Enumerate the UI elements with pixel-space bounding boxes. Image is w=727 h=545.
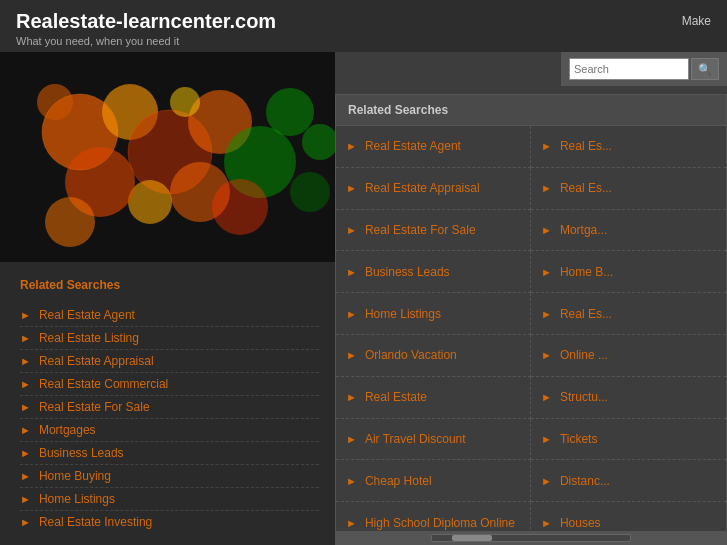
bokeh-svg [0, 52, 335, 262]
search-box-area: 🔍 [561, 52, 727, 86]
right-related-link[interactable]: Air Travel Discount [365, 432, 466, 446]
right-grid-item[interactable]: ►Real Es... [531, 168, 726, 210]
left-related-title: Related Searches [20, 278, 319, 292]
right-grid-item[interactable]: ►Business Leads [336, 251, 531, 293]
left-related-item[interactable]: ►Real Estate Agent [20, 304, 319, 327]
left-panel: Related Searches ►Real Estate Agent►Real… [0, 52, 335, 545]
right-related-link[interactable]: Real Estate For Sale [365, 223, 476, 237]
arrow-icon: ► [541, 475, 552, 487]
left-related-item[interactable]: ►Real Estate Listing [20, 327, 319, 350]
right-related-link[interactable]: Houses [560, 516, 601, 530]
right-grid-item[interactable]: ►Air Travel Discount [336, 419, 531, 461]
right-related-link[interactable]: Real Estate Appraisal [365, 181, 480, 195]
arrow-icon: ► [541, 224, 552, 236]
left-related-link[interactable]: Real Estate Agent [39, 308, 135, 322]
right-related-grid: ►Real Estate Agent►Real Es...►Real Estat… [336, 126, 726, 544]
left-related-item[interactable]: ►Business Leads [20, 442, 319, 465]
arrow-icon: ► [20, 493, 31, 505]
right-grid-item[interactable]: ►Cheap Hotel [336, 460, 531, 502]
right-related-link[interactable]: Real Es... [560, 181, 612, 195]
arrow-icon: ► [20, 332, 31, 344]
arrow-icon: ► [541, 433, 552, 445]
arrow-icon: ► [346, 391, 357, 403]
arrow-icon: ► [541, 140, 552, 152]
search-input[interactable] [569, 58, 689, 80]
scrollbar-area[interactable] [335, 531, 727, 545]
arrow-icon: ► [541, 391, 552, 403]
arrow-icon: ► [20, 309, 31, 321]
right-related-link[interactable]: Distanc... [560, 474, 610, 488]
main-content: Related Searches ►Real Estate Agent►Real… [0, 52, 727, 545]
right-related-box: Related Searches ►Real Estate Agent►Real… [335, 94, 727, 545]
arrow-icon: ► [346, 266, 357, 278]
search-button[interactable]: 🔍 [691, 58, 719, 80]
left-related-item[interactable]: ►Mortgages [20, 419, 319, 442]
site-subtitle: What you need, when you need it [16, 35, 276, 47]
left-related-link[interactable]: Real Estate Listing [39, 331, 139, 345]
left-related-item[interactable]: ►Real Estate Investing [20, 511, 319, 533]
arrow-icon: ► [346, 349, 357, 361]
left-related-item[interactable]: ►Real Estate Appraisal [20, 350, 319, 373]
svg-point-6 [266, 88, 314, 136]
right-panel: 🔍 Related Searches ►Real Estate Agent►Re… [335, 52, 727, 545]
arrow-icon: ► [20, 470, 31, 482]
left-related-link[interactable]: Home Listings [39, 492, 115, 506]
right-grid-item[interactable]: ►Orlando Vacation [336, 335, 531, 377]
svg-point-12 [45, 197, 95, 247]
arrow-icon: ► [20, 424, 31, 436]
right-grid-item[interactable]: ►Real Es... [531, 126, 726, 168]
header-left: Realestate-learncenter.com What you need… [16, 10, 276, 47]
left-related-list: ►Real Estate Agent►Real Estate Listing►R… [20, 304, 319, 533]
left-related-link[interactable]: Real Estate Appraisal [39, 354, 154, 368]
right-related-link[interactable]: Home B... [560, 265, 613, 279]
right-grid-item[interactable]: ►Tickets [531, 419, 726, 461]
arrow-icon: ► [541, 266, 552, 278]
arrow-icon: ► [346, 475, 357, 487]
right-grid-item[interactable]: ►Home Listings [336, 293, 531, 335]
right-grid-item[interactable]: ►Real Es... [531, 293, 726, 335]
right-related-link[interactable]: Online ... [560, 348, 608, 362]
left-related-link[interactable]: Mortgages [39, 423, 96, 437]
right-related-link[interactable]: Real Es... [560, 139, 612, 153]
left-related-link[interactable]: Business Leads [39, 446, 124, 460]
right-related-link[interactable]: Cheap Hotel [365, 474, 432, 488]
right-related-link[interactable]: Real Estate Agent [365, 139, 461, 153]
arrow-icon: ► [541, 517, 552, 529]
right-related-link[interactable]: Home Listings [365, 307, 441, 321]
left-related-item[interactable]: ►Home Buying [20, 465, 319, 488]
left-related-link[interactable]: Real Estate For Sale [39, 400, 150, 414]
right-grid-item[interactable]: ►Real Estate Appraisal [336, 168, 531, 210]
right-related-link[interactable]: Mortga... [560, 223, 607, 237]
right-grid-item[interactable]: ►Home B... [531, 251, 726, 293]
right-related-link[interactable]: High School Diploma Online [365, 516, 515, 530]
make-label: Make [682, 14, 711, 28]
arrow-icon: ► [20, 355, 31, 367]
left-related-item[interactable]: ►Real Estate Commercial [20, 373, 319, 396]
right-grid-item[interactable]: ►Structu... [531, 377, 726, 419]
scrollbar-track[interactable] [431, 534, 631, 542]
right-grid-item[interactable]: ►Real Estate Agent [336, 126, 531, 168]
left-related-item[interactable]: ►Home Listings [20, 488, 319, 511]
right-related-link[interactable]: Structu... [560, 390, 608, 404]
left-related-item[interactable]: ►Real Estate For Sale [20, 396, 319, 419]
left-related-link[interactable]: Real Estate Commercial [39, 377, 168, 391]
svg-point-11 [290, 172, 330, 212]
header: Realestate-learncenter.com What you need… [0, 0, 727, 52]
left-related-link[interactable]: Real Estate Investing [39, 515, 152, 529]
right-related-link[interactable]: Real Estate [365, 390, 427, 404]
right-related-link[interactable]: Orlando Vacation [365, 348, 457, 362]
scrollbar-thumb[interactable] [452, 535, 492, 541]
arrow-icon: ► [20, 516, 31, 528]
right-related-link[interactable]: Real Es... [560, 307, 612, 321]
right-grid-item[interactable]: ►Real Estate [336, 377, 531, 419]
right-grid-item[interactable]: ►Distanc... [531, 460, 726, 502]
right-grid-item[interactable]: ►Mortga... [531, 210, 726, 252]
left-related-link[interactable]: Home Buying [39, 469, 111, 483]
right-related-link[interactable]: Tickets [560, 432, 598, 446]
svg-point-14 [37, 84, 73, 120]
right-grid-item[interactable]: ►Real Estate For Sale [336, 210, 531, 252]
right-grid-item[interactable]: ►Online ... [531, 335, 726, 377]
hero-image [0, 52, 335, 262]
arrow-icon: ► [346, 140, 357, 152]
right-related-link[interactable]: Business Leads [365, 265, 450, 279]
